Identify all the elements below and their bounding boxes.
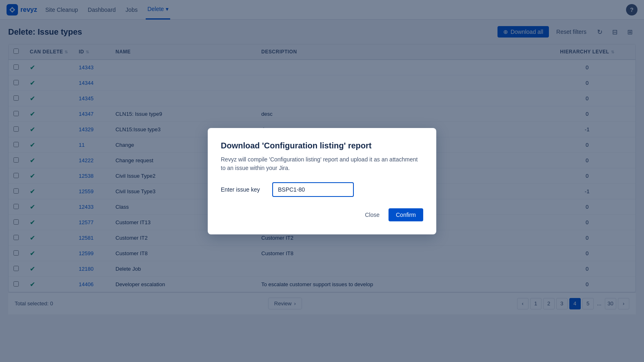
issue-key-input[interactable] (272, 182, 354, 197)
modal-dialog: Download 'Configuration listing' report … (208, 128, 436, 234)
modal-overlay: Download 'Configuration listing' report … (0, 0, 644, 321)
close-button[interactable]: Close (359, 208, 385, 221)
modal-actions: Close Confirm (221, 208, 423, 221)
modal-description: Revyz will compile 'Configuration listin… (221, 155, 423, 172)
confirm-button[interactable]: Confirm (389, 208, 423, 221)
issue-key-label: Enter issue key (221, 186, 266, 193)
modal-title: Download 'Configuration listing' report (221, 141, 423, 150)
modal-field: Enter issue key (221, 182, 423, 197)
